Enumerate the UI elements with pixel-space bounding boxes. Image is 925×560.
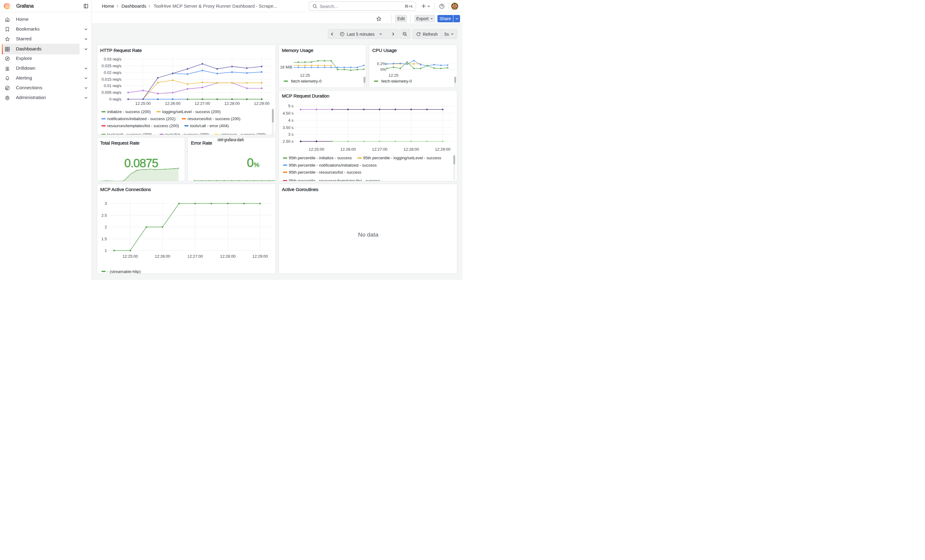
svg-text:tools/call - success (200): tools/call - success (200) (107, 132, 152, 135)
svg-text:12:26:00: 12:26:00 (340, 147, 356, 152)
svg-text:fetch-telemetry-0: fetch-telemetry-0 (291, 79, 321, 83)
svg-text:95th percentile - notification: 95th percentile - notifications/initiali… (289, 163, 377, 167)
svg-text:logging/setLevel - success (20: logging/setLevel - success (200) (162, 110, 220, 114)
svg-text:1: 1 (105, 248, 107, 253)
svg-text:12:25: 12:25 (300, 73, 310, 78)
svg-text:2.5: 2.5 (101, 213, 107, 218)
svg-text:0%: 0% (380, 67, 386, 72)
svg-text:12:25: 12:25 (389, 73, 399, 78)
svg-text:tools/list - success (200): tools/list - success (200) (165, 132, 209, 135)
svg-text:95th percentile - logging/setL: 95th percentile - logging/setLevel - suc… (363, 156, 441, 160)
svg-text:95th percentile - resources/li: 95th percentile - resources/list - succe… (289, 170, 362, 174)
svg-text:2: 2 (105, 225, 107, 229)
svg-text:resources/templates/list - suc: resources/templates/list - success (200) (107, 123, 179, 128)
svg-text:1.5: 1.5 (101, 237, 107, 241)
svg-text:- (streamable-http): - (streamable-http) (107, 269, 140, 274)
svg-text:resources/list - success (200): resources/list - success (200) (187, 116, 240, 121)
svg-text:12:29:00: 12:29:00 (435, 147, 450, 152)
svg-text:12:28:00: 12:28:00 (404, 147, 419, 152)
svg-text:12:26:00: 12:26:00 (165, 101, 181, 106)
svg-text:12:25:00: 12:25:00 (309, 147, 324, 152)
svg-text:16 MiB: 16 MiB (280, 65, 292, 69)
svg-text:0.2%: 0.2% (377, 61, 386, 66)
svg-text:95th percentile - resources/te: 95th percentile - resources/templates/li… (289, 178, 380, 181)
svg-text:12:28:00: 12:28:00 (224, 101, 240, 106)
svg-text:unknown - success (200): unknown - success (200) (220, 132, 266, 135)
svg-text:0.02 req/s: 0.02 req/s (104, 70, 121, 75)
svg-text:5 s: 5 s (288, 104, 294, 108)
svg-text:2.50 s: 2.50 s (283, 139, 294, 144)
svg-text:0.005 req/s: 0.005 req/s (101, 90, 121, 95)
svg-text:tools/call - error (404): tools/call - error (404) (190, 123, 229, 128)
svg-text:3: 3 (105, 201, 107, 206)
svg-text:3 s: 3 s (288, 132, 294, 136)
svg-text:12:29:00: 12:29:00 (252, 254, 268, 258)
svg-text:4.50 s: 4.50 s (283, 111, 294, 115)
svg-text:0.03 req/s: 0.03 req/s (104, 57, 121, 62)
svg-text:fetch-telemetry-0: fetch-telemetry-0 (381, 79, 412, 83)
svg-text:3.50 s: 3.50 s (283, 125, 294, 130)
svg-text:12:28:00: 12:28:00 (220, 254, 235, 258)
svg-text:12:27:00: 12:27:00 (187, 254, 203, 258)
svg-text:12:27:00: 12:27:00 (372, 147, 387, 152)
svg-text:4 s: 4 s (288, 118, 294, 123)
svg-text:0.01 req/s: 0.01 req/s (104, 83, 121, 88)
svg-text:12:25:00: 12:25:00 (122, 254, 138, 258)
svg-text:12:27:00: 12:27:00 (194, 101, 210, 106)
svg-text:initialize - success (200): initialize - success (200) (107, 110, 151, 114)
svg-text:12:29:00: 12:29:00 (254, 101, 270, 106)
svg-text:12:26:00: 12:26:00 (154, 254, 170, 258)
svg-text:0 req/s: 0 req/s (109, 97, 121, 102)
svg-text:0.025 req/s: 0.025 req/s (101, 63, 121, 68)
svg-text:0.015 req/s: 0.015 req/s (101, 77, 121, 81)
svg-text:95th percentile - initialize -: 95th percentile - initialize - success (289, 156, 352, 160)
svg-text:12:25:00: 12:25:00 (135, 101, 151, 106)
svg-text:notifications/initialized - su: notifications/initialized - success (202… (107, 116, 175, 121)
